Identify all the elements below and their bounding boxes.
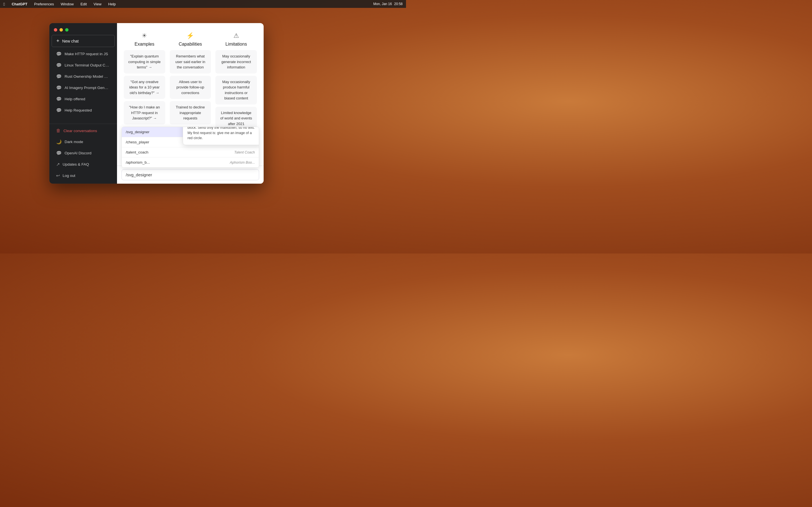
examples-title: Examples bbox=[135, 42, 154, 47]
window-controls bbox=[49, 25, 117, 34]
example-text-0: "Explain quantum computing in simple ter… bbox=[128, 54, 161, 69]
autocomplete-dropdown: /svg_designer SVG designer /chess_player… bbox=[121, 127, 259, 168]
clear-conversations-button[interactable]: 🗑 Clear conversations bbox=[52, 125, 115, 136]
sidebar-label-5: Help Requested bbox=[64, 108, 92, 112]
maximize-button[interactable] bbox=[65, 28, 68, 32]
menubar-date: Mon, Jan 16 bbox=[373, 2, 392, 6]
autocomplete-label-3: Aphorism Boo... bbox=[230, 161, 255, 165]
help-menu[interactable]: Help bbox=[107, 1, 117, 7]
sidebar-label-2: Rust Ownership Model Exam bbox=[64, 74, 110, 78]
limitations-header: ⚠ Limitations bbox=[215, 32, 257, 47]
minimize-button[interactable] bbox=[59, 28, 63, 32]
sidebar-item-help-offered[interactable]: 💬 Help offered bbox=[52, 94, 115, 105]
apple-menu[interactable]:  bbox=[3, 2, 5, 6]
sidebar-chat-list: 💬 Make HTTP request in JS 💬 Linux Termin… bbox=[49, 48, 117, 116]
sidebar-item-rust[interactable]: 💬 Rust Ownership Model Exam bbox=[52, 71, 115, 82]
menubar-time: 20:58 bbox=[394, 2, 403, 6]
close-button[interactable] bbox=[54, 28, 57, 32]
new-chat-button[interactable]: + New chat bbox=[52, 35, 115, 47]
chat-input[interactable] bbox=[126, 172, 255, 177]
example-text-1: "Got any creative ideas for a 10 year ol… bbox=[129, 80, 160, 95]
discord-label: OpenAI Discord bbox=[64, 151, 91, 155]
app-window: + New chat 💬 Make HTTP request in JS 💬 L… bbox=[49, 23, 264, 184]
discord-icon: 💬 bbox=[56, 151, 62, 156]
example-text-2: "How do I make an HTTP request in Javasc… bbox=[129, 105, 160, 120]
chat-icon-0: 💬 bbox=[56, 51, 62, 57]
limitation-text-0: May occasionally generate incorrect info… bbox=[221, 54, 251, 69]
sidebar-item-help-requested[interactable]: 💬 Help Requested bbox=[52, 105, 115, 116]
capabilities-title: Capabilities bbox=[179, 42, 202, 47]
menubar-right: Mon, Jan 16 20:58 bbox=[373, 2, 403, 6]
menubar-left:  ChatGPT Preferences Window Edit View H… bbox=[3, 1, 117, 7]
sidebar-item-http[interactable]: 💬 Make HTTP request in JS bbox=[52, 48, 115, 59]
columns-grid: ☀ Examples "Explain quantum computing in… bbox=[124, 32, 257, 132]
chat-icon-3: 💬 bbox=[56, 85, 62, 91]
tooltip-text: I would like you to act as an SVG design… bbox=[188, 127, 257, 140]
example-card-1[interactable]: "Got any creative ideas for a 10 year ol… bbox=[124, 76, 165, 99]
input-area: /svg_designer SVG designer /chess_player… bbox=[117, 166, 264, 184]
chat-icon-5: 💬 bbox=[56, 108, 62, 113]
discord-button[interactable]: 💬 OpenAI Discord bbox=[52, 148, 115, 159]
new-chat-label: New chat bbox=[62, 39, 79, 43]
capability-text-0: Remembers what user said earlier in the … bbox=[175, 54, 205, 69]
tooltip-popup: I would like you to act as an SVG design… bbox=[183, 127, 259, 145]
capability-text-1: Allows user to provide follow-up correct… bbox=[176, 80, 204, 95]
lightning-icon: ⚡ bbox=[186, 32, 194, 40]
main-content: ☀ Examples "Explain quantum computing in… bbox=[117, 23, 264, 184]
limitation-card-0: May occasionally generate incorrect info… bbox=[215, 50, 257, 73]
limitation-text-2: Limited knowledge of world and events af… bbox=[220, 111, 252, 126]
autocomplete-command-0: /svg_designer bbox=[126, 130, 149, 134]
chat-icon-2: 💬 bbox=[56, 74, 62, 79]
limitation-text-1: May occasionally produce harmful instruc… bbox=[222, 80, 250, 101]
warning-icon: ⚠ bbox=[234, 32, 239, 40]
view-menu[interactable]: View bbox=[93, 1, 103, 7]
sun-icon: ☀ bbox=[142, 32, 147, 40]
sidebar-label-1: Linux Terminal Output Comm... bbox=[64, 63, 110, 67]
logout-label: Log out bbox=[63, 173, 75, 178]
external-link-icon: ↗ bbox=[56, 162, 60, 167]
capability-card-1: Allows user to provide follow-up correct… bbox=[170, 76, 211, 99]
logout-icon: ↩ bbox=[56, 173, 60, 178]
chat-icon-4: 💬 bbox=[56, 96, 62, 102]
window-menu[interactable]: Window bbox=[59, 1, 75, 7]
capabilities-column: ⚡ Capabilities Remembers what user said … bbox=[170, 32, 211, 132]
edit-menu[interactable]: Edit bbox=[79, 1, 88, 7]
sidebar-bottom: 🗑 Clear conversations 🌙 Dark mode 💬 Open… bbox=[49, 124, 117, 181]
chat-input-wrapper[interactable] bbox=[121, 169, 259, 180]
sidebar-label-4: Help offered bbox=[64, 97, 85, 101]
sidebar-label-0: Make HTTP request in JS bbox=[64, 52, 108, 56]
examples-column: ☀ Examples "Explain quantum computing in… bbox=[124, 32, 165, 132]
logout-button[interactable]: ↩ Log out bbox=[52, 170, 115, 181]
sidebar-label-3: AI Imagery Prompt Generator bbox=[64, 86, 110, 90]
autocomplete-command-1: /chess_player bbox=[126, 140, 149, 144]
capability-card-2: Trained to decline inappropriate request… bbox=[170, 101, 211, 124]
example-card-2[interactable]: "How do I make an HTTP request in Javasc… bbox=[124, 101, 165, 124]
plus-icon: + bbox=[56, 38, 59, 44]
chat-icon-1: 💬 bbox=[56, 62, 62, 68]
capability-card-0: Remembers what user said earlier in the … bbox=[170, 50, 211, 73]
limitations-title: Limitations bbox=[225, 42, 247, 47]
limitation-card-1: May occasionally produce harmful instruc… bbox=[215, 76, 257, 105]
sidebar: + New chat 💬 Make HTTP request in JS 💬 L… bbox=[49, 23, 117, 184]
autocomplete-command-3: /aphorism_b... bbox=[126, 160, 150, 165]
updates-faq-label: Updates & FAQ bbox=[63, 162, 89, 166]
sidebar-item-linux[interactable]: 💬 Linux Terminal Output Comm... bbox=[52, 60, 115, 71]
capabilities-header: ⚡ Capabilities bbox=[170, 32, 211, 47]
updates-faq-button[interactable]: ↗ Updates & FAQ bbox=[52, 159, 115, 170]
app-name-menu[interactable]: ChatGPT bbox=[10, 1, 29, 7]
examples-header: ☀ Examples bbox=[124, 32, 165, 47]
autocomplete-command-2: /talent_coach bbox=[126, 150, 148, 154]
trash-icon: 🗑 bbox=[56, 128, 61, 133]
example-card-0[interactable]: "Explain quantum computing in simple ter… bbox=[124, 50, 165, 73]
capability-text-2: Trained to decline inappropriate request… bbox=[176, 105, 205, 120]
limitation-card-2: Limited knowledge of world and events af… bbox=[215, 107, 257, 130]
dark-mode-button[interactable]: 🌙 Dark mode bbox=[52, 136, 115, 147]
menubar:  ChatGPT Preferences Window Edit View H… bbox=[0, 0, 406, 8]
autocomplete-item-talent-coach[interactable]: /talent_coach Talent Coach bbox=[122, 147, 259, 158]
clear-conversations-label: Clear conversations bbox=[63, 129, 97, 133]
autocomplete-label-2: Talent Coach bbox=[234, 151, 255, 154]
limitations-column: ⚠ Limitations May occasionally generate … bbox=[215, 32, 257, 132]
preferences-menu[interactable]: Preferences bbox=[33, 1, 55, 7]
autocomplete-item-aphorism[interactable]: /aphorism_b... Aphorism Boo... bbox=[122, 158, 259, 168]
sidebar-item-ai-imagery[interactable]: 💬 AI Imagery Prompt Generator bbox=[52, 82, 115, 93]
